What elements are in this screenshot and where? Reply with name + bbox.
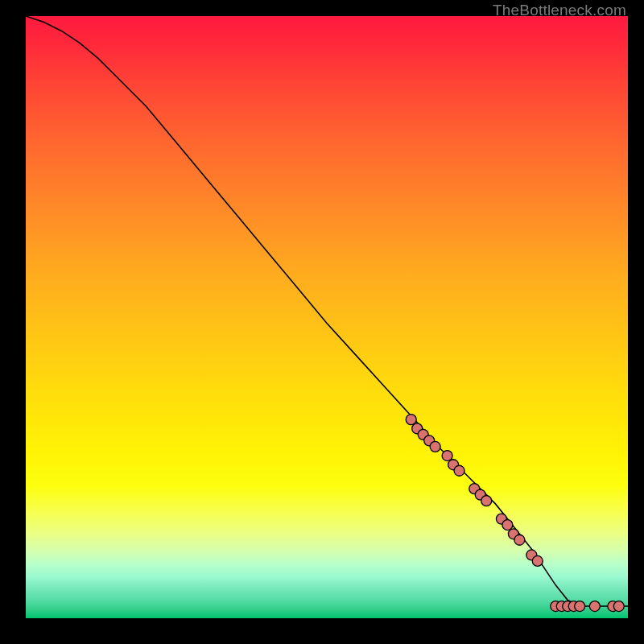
data-marker	[481, 496, 492, 506]
data-marker	[613, 601, 624, 612]
plot-area	[26, 16, 628, 618]
curve-line	[26, 16, 628, 606]
data-marker	[442, 451, 452, 461]
data-marker	[589, 601, 600, 612]
chart-frame: TheBottleneck.com	[0, 0, 644, 644]
data-marker	[406, 415, 416, 425]
data-marker	[532, 555, 543, 566]
data-marker	[514, 535, 525, 545]
watermark-text: TheBottleneck.com	[493, 2, 626, 19]
data-marker	[430, 441, 440, 452]
data-marker	[502, 520, 513, 530]
data-marker	[575, 601, 585, 612]
data-marker	[454, 465, 464, 476]
chart-svg	[26, 16, 628, 618]
marker-group	[406, 415, 624, 612]
